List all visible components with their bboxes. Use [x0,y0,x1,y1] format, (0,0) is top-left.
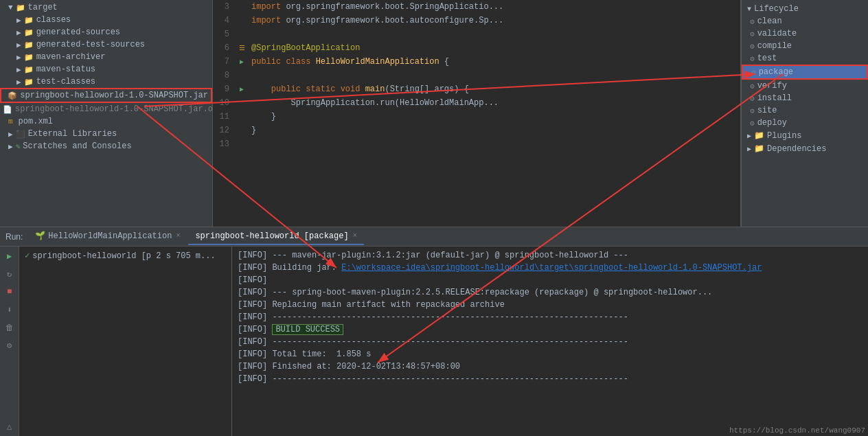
folder-icon: 📁 [754,144,764,154]
maven-item-install[interactable]: ⚙ install [742,92,868,104]
code-line-8: 8 [213,69,740,82]
line-gutter: ▶ [235,58,249,66]
tree-item-maven-archiver[interactable]: ▶ 📁 maven-archiver [0,51,212,63]
chevron-right-icon: ▶ [16,78,21,87]
watermark: https://blog.csdn.net/wang0907 [729,426,865,435]
tree-item-jar-original[interactable]: 📄 springboot-helloworld-1.0-SNAPSHOT.jar… [0,103,212,115]
chevron-right-icon: ▶ [16,28,21,37]
run-label: Run: [5,232,23,242]
chevron-right-icon: ▶ [747,132,751,140]
code-line-6: 6 ☰ @SpringBootApplication [213,41,740,55]
tree-label: maven-archiver [36,52,106,62]
main-layout: ▼ 📁 target ▶ 📁 classes ▶ 📁 generated-sou… [0,0,868,227]
build-status-item[interactable]: ✓ springboot-helloworld [p 2 s 705 m... [22,249,229,262]
maven-item-clean[interactable]: ⚙ clean [742,15,868,27]
log-line-11: [INFO] ---------------------------------… [238,373,863,385]
maven-item-label: deploy [757,118,787,128]
clear-icon[interactable]: 🗑 [3,321,16,334]
build-success-text: BUILD SUCCESS [272,324,343,335]
log-line-7: [INFO] BUILD SUCCESS [238,323,863,336]
tree-label: maven-status [36,65,95,74]
line-content: } [249,126,740,135]
line-number: 3 [213,2,235,12]
tree-item-test-classes[interactable]: ▶ 📁 test-classes [0,76,212,88]
lifecycle-header[interactable]: ▼ Lifecycle [742,3,868,15]
code-editor: 3 import org.springframework.boot.Spring… [213,0,741,227]
run-toolbar: ▶ ↻ ■ ⬇ 🗑 ⚙ △ [0,246,19,436]
log-line-6: [INFO] ---------------------------------… [238,311,863,323]
tree-label: Scratches and Consoles [23,141,131,151]
tree-item-generated-sources[interactable]: ▶ 📁 generated-sources [0,26,212,38]
tree-item-target[interactable]: ▼ 📁 target [0,1,212,14]
tree-label: classes [36,15,71,25]
line-number: 6 [213,43,235,53]
maven-item-site[interactable]: ⚙ site [742,104,868,117]
maven-panel: ▼ Lifecycle ⚙ clean ⚙ validate ⚙ compile… [741,0,868,227]
tree-item-pom[interactable]: m pom.xml [0,115,212,128]
tree-item-generated-test-sources[interactable]: ▶ 📁 generated-test-sources [0,38,212,51]
close-icon[interactable]: × [353,232,357,240]
lifecycle-label: Lifecycle [754,4,799,14]
folder-icon: 📁 [754,130,764,141]
plugins-label: Plugins [767,131,801,141]
tree-label: generated-test-sources [36,40,145,49]
folder-icon: 📁 [24,28,34,37]
close-icon[interactable]: × [176,232,180,240]
line-number: 10 [213,98,235,108]
code-line-4: 4 import org.springframework.boot.autoco… [213,14,740,27]
run-content: ▶ ↻ ■ ⬇ 🗑 ⚙ △ ✓ springboot-helloworld [p… [0,246,868,436]
line-content: public static void main(String[] args) { [249,84,740,94]
run-tab-label: springboot-helloworld [package] [195,231,348,241]
rerun-button[interactable]: ↻ [3,267,16,281]
code-line-10: 10 SpringApplication.run(HelloWorldMainA… [213,96,740,110]
jar-orig-icon: 📄 [3,105,12,114]
maven-item-validate[interactable]: ⚙ validate [742,27,868,40]
log-line-10: [INFO] Finished at: 2020-12-02T13:48:57+… [238,360,863,373]
maven-item-label: compile [757,41,792,51]
line-content: @SpringBootApplication [249,43,740,53]
maven-item-label: site [757,106,777,115]
up-arrow-icon[interactable]: △ [3,420,16,433]
folder-icon: 📁 [24,41,34,49]
line-content: import org.springframework.boot.autoconf… [249,16,740,25]
line-gutter: ☰ [235,44,249,52]
maven-item-compile[interactable]: ⚙ compile [742,40,868,52]
code-line-12: 12 } [213,124,740,137]
tree-label: External Libraries [28,129,117,139]
tree-item-jar[interactable]: 📦 springboot-helloworld-1.0-SNAPSHOT.jar [0,88,212,103]
tree-item-scratches[interactable]: ▶ ✎ Scratches and Consoles [0,140,212,152]
dependencies-header[interactable]: ▶ 📁 Dependencies [742,142,868,155]
maven-item-verify[interactable]: ⚙ verify [742,80,868,92]
gear-icon: ⚙ [750,106,755,115]
maven-item-package[interactable]: ⚙ package [742,65,868,80]
run-tab-hello[interactable]: 🌱 HelloWorldMainApplication × [28,228,187,245]
run-tab-package[interactable]: springboot-helloworld [package] × [188,229,363,245]
line-gutter: ▶ [235,85,249,93]
tree-label: springboot-helloworld-1.0-SNAPSHOT.jar [20,91,208,100]
line-number: 9 [213,84,235,94]
gear-icon: ⚙ [750,54,755,63]
log-line-9: [INFO] Total time: 1.858 s [238,348,863,360]
stop-button[interactable]: ■ [3,285,16,299]
tree-item-maven-status[interactable]: ▶ 📁 maven-status [0,63,212,76]
spring-icon: 🌱 [35,231,45,241]
maven-item-label: package [759,67,793,77]
folder-icon: 📁 [24,16,34,25]
jar-link[interactable]: E:\workspace-idea\springboot-helloworld\… [341,263,762,273]
run-tab-label: HelloWorldMainApplication [48,231,172,241]
maven-item-deploy[interactable]: ⚙ deploy [742,117,868,129]
run-left-panel: ✓ springboot-helloworld [p 2 s 705 m... [19,246,232,436]
run-button[interactable]: ▶ [3,249,16,263]
tree-item-external-libraries[interactable]: ▶ ⬛ External Libraries [0,128,212,140]
log-line-1: [INFO] --- maven-jar-plugin:3.1.2:jar (d… [238,249,863,262]
line-number: 4 [213,16,235,25]
plugins-header[interactable]: ▶ 📁 Plugins [742,129,868,142]
maven-item-test[interactable]: ⚙ test [742,52,868,65]
code-line-5: 5 [213,27,740,41]
log-line-4: [INFO] --- spring-boot-maven-plugin:2.2.… [238,286,863,299]
scroll-to-end-icon[interactable]: ⬇ [3,303,16,317]
tree-item-classes[interactable]: ▶ 📁 classes [0,14,212,26]
chevron-right-icon: ▶ [16,65,21,74]
settings-icon[interactable]: ⚙ [3,339,16,352]
run-tabs: Run: 🌱 HelloWorldMainApplication × sprin… [0,227,868,246]
